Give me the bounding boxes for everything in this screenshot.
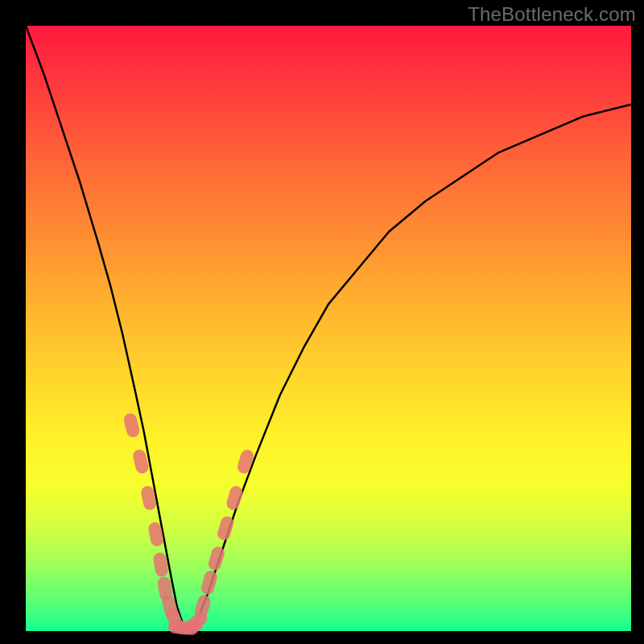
marker-highlight-markers-left: [122, 412, 141, 439]
marker-highlight-markers-right: [200, 569, 218, 596]
chart-frame: TheBottleneck.com: [0, 0, 644, 644]
marker-highlight-markers-right: [225, 485, 244, 511]
marker-highlight-markers-right: [236, 448, 255, 475]
marker-highlight-markers-right: [193, 593, 212, 620]
chart-svg: [0, 0, 644, 644]
curve-bottleneck-curve: [26, 26, 631, 628]
